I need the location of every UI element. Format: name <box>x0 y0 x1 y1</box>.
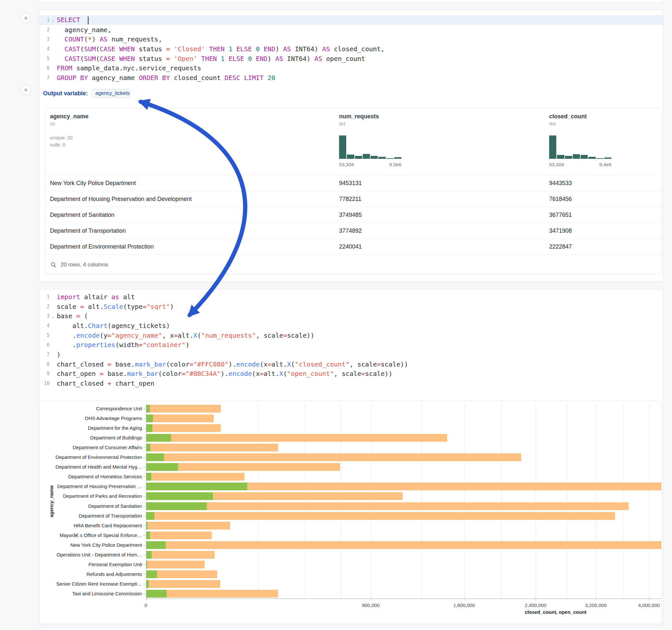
gridline <box>596 404 596 599</box>
code-tokens: agency_name, <box>57 26 112 34</box>
bar-open[interactable] <box>146 590 167 598</box>
line-number: 7 <box>39 75 50 81</box>
bar-open[interactable] <box>146 463 178 471</box>
y-axis-tick <box>143 526 145 526</box>
bar-closed[interactable] <box>146 424 221 432</box>
table-row[interactable]: Department of Environmental Protection22… <box>46 239 661 255</box>
bar-open[interactable] <box>146 541 166 549</box>
table-cell: 2240041 <box>339 239 362 255</box>
bar-closed[interactable] <box>146 561 205 568</box>
bar-closed[interactable] <box>146 541 662 549</box>
bar-closed[interactable] <box>146 473 244 481</box>
bar-chart[interactable]: Correspondence UnitDHS Advantage Program… <box>40 401 661 624</box>
code-line[interactable]: 1⌄SELECT <box>39 15 663 25</box>
y-axis-label: HRA Benefit Card Replacement <box>40 523 142 529</box>
code-line[interactable]: 1import altair as alt <box>39 292 663 302</box>
bar-closed[interactable] <box>146 453 521 461</box>
bar-closed[interactable] <box>146 551 215 559</box>
line-number: 2 <box>39 304 50 310</box>
column-histogram[interactable] <box>549 136 611 159</box>
bar-open[interactable] <box>146 502 207 510</box>
line-number: 10 <box>39 381 50 386</box>
code-line[interactable]: 9chart_open = base.mark_bar(color="#8BC3… <box>39 369 663 379</box>
collapse-chevron-icon[interactable]: ⌄ <box>50 314 57 319</box>
code-tokens: CAST(SUM(CASE WHEN status = 'Closed' THE… <box>57 45 385 53</box>
code-line[interactable]: 2 agency_name, <box>39 25 663 35</box>
code-line[interactable]: 6FROM sample_data.nyc.service_requests <box>39 63 663 73</box>
line-number: 9 <box>39 371 50 377</box>
bar-closed[interactable] <box>146 522 230 530</box>
bar-open[interactable] <box>146 444 150 452</box>
gridline <box>258 404 259 599</box>
x-axis-tick-label: 800,000 <box>352 602 390 608</box>
x-axis-tick <box>649 599 649 601</box>
bar-closed[interactable] <box>146 434 447 442</box>
bar-closed[interactable] <box>146 532 212 539</box>
y-axis-tick <box>143 457 145 458</box>
column-header-agency_name[interactable]: agency_namestrunique: 20nulls: 0 <box>50 113 89 147</box>
column-header-num_requests[interactable]: num_requestsi6453,3049.5e6 <box>339 113 401 167</box>
column-header-closed_count[interactable]: closed_counti6453,3049.4e6 <box>549 113 611 167</box>
column-histogram[interactable] <box>339 136 401 159</box>
code-line[interactable]: 7GROUP BY agency_name ORDER BY closed_co… <box>39 73 663 83</box>
bar-closed[interactable] <box>146 580 220 588</box>
bar-open[interactable] <box>146 580 149 588</box>
code-line[interactable]: 3 COUNT(*) AS num_requests, <box>39 34 663 44</box>
code-line[interactable]: 8chart_closed = base.mark_bar(color="#FF… <box>39 359 663 369</box>
x-axis-tick <box>596 599 596 601</box>
bar-closed[interactable] <box>146 502 628 510</box>
bar-open[interactable] <box>146 453 164 461</box>
bar-open[interactable] <box>146 512 154 520</box>
table-row[interactable]: Department of Housing Preservation and D… <box>46 191 661 207</box>
table-row[interactable]: New York City Police Department945313194… <box>46 175 661 191</box>
code-line[interactable]: 4 CAST(SUM(CASE WHEN status = 'Closed' T… <box>39 44 663 54</box>
bar-open[interactable] <box>146 405 150 413</box>
bar-open[interactable] <box>146 561 147 568</box>
y-axis-label: Taxi and Limousine Commission <box>40 591 142 597</box>
bar-open[interactable] <box>146 434 171 442</box>
code-tokens: GROUP BY agency_name ORDER BY closed_cou… <box>57 74 275 82</box>
code-line[interactable]: 5 CAST(SUM(CASE WHEN status = 'Open' THE… <box>39 54 663 64</box>
y-axis-tick <box>143 535 145 536</box>
table-cell: 9443533 <box>549 175 572 191</box>
code-line[interactable]: 2scale = alt.Scale(type="sqrt") <box>39 302 663 311</box>
code-line[interactable]: 5 .encode(y="agency_name", x=alt.X("num_… <box>39 331 663 340</box>
code-line[interactable]: 6 .properties(width="container") <box>39 340 663 350</box>
add-cell-button[interactable]: + <box>21 85 31 95</box>
y-axis-label: Department of Parks and Recreation <box>40 493 142 499</box>
search-icon[interactable] <box>50 262 57 268</box>
code-tokens: import altair as alt <box>57 293 135 301</box>
bar-open[interactable] <box>146 571 157 578</box>
x-axis-tick <box>371 599 371 601</box>
bar-open[interactable] <box>146 532 150 539</box>
add-cell-button[interactable]: + <box>21 13 31 23</box>
bar-open[interactable] <box>146 424 152 432</box>
collapse-chevron-icon[interactable]: ⌄ <box>50 18 57 22</box>
x-axis-tick <box>146 599 146 601</box>
table-cell: 3749485 <box>339 207 362 223</box>
y-axis-tick <box>143 594 145 594</box>
bar-closed[interactable] <box>146 512 615 520</box>
bar-closed[interactable] <box>146 444 278 452</box>
bar-open[interactable] <box>146 522 147 530</box>
bar-closed[interactable] <box>146 414 214 422</box>
table-row[interactable]: Department of Sanitation37494853677651 <box>46 207 661 223</box>
bar-open[interactable] <box>146 551 152 559</box>
y-axis-label: Department for the Aging <box>40 425 142 431</box>
bar-open[interactable] <box>146 473 151 481</box>
bar-closed[interactable] <box>146 405 221 413</box>
bar-open[interactable] <box>146 483 247 490</box>
bar-closed[interactable] <box>146 571 217 578</box>
python-editor[interactable]: 1import altair as alt2scale = alt.Scale(… <box>39 292 663 388</box>
bar-open[interactable] <box>146 492 213 500</box>
output-variable-pill[interactable]: agency_tickets <box>92 89 130 98</box>
bar-open[interactable] <box>146 414 153 422</box>
code-line[interactable]: 4 alt.Chart(agency_tickets) <box>39 321 663 331</box>
gridline <box>422 404 422 599</box>
code-line[interactable]: 3⌄base = ( <box>39 311 663 321</box>
histogram-bar <box>378 157 385 159</box>
table-row[interactable]: Department of Transportation377489234719… <box>46 223 661 239</box>
code-line[interactable]: 10chart_closed + chart_open <box>39 379 663 388</box>
sql-editor[interactable]: 1⌄SELECT 2 agency_name,3 COUNT(*) AS num… <box>39 15 663 83</box>
code-line[interactable]: 7) <box>39 350 663 359</box>
